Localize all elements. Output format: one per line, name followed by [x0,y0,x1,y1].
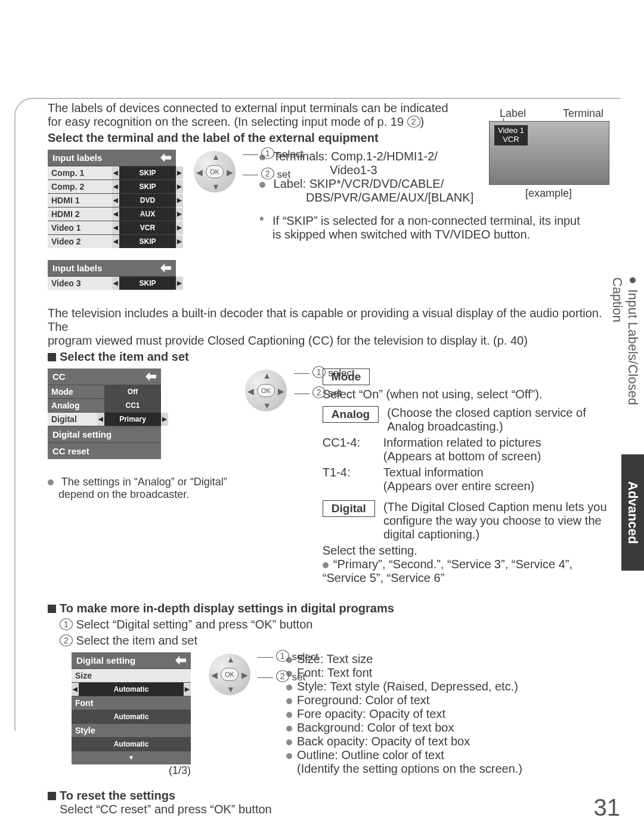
t14-desc2: (Appears over entire screen) [383,479,534,493]
heading-select-terminal: Select the terminal and the label of the… [48,131,608,145]
step-2-icon: 2 [60,634,73,646]
digital-box: Digital [323,500,375,517]
cc-note: The settings in “Analog” or “Digital” [48,476,227,488]
osd-input-title: Input labels [48,150,176,166]
back-icon[interactable] [160,153,171,162]
ok-button[interactable]: OK [206,165,224,178]
osd-input-title-2: Input labels [48,260,176,276]
dpad-set-label: set [292,671,305,683]
list-item: Foreground: Color of text [286,693,608,707]
arrow-down-icon[interactable]: ▼ [263,401,271,410]
list-item: Back opacity: Opacity of text box [286,735,608,748]
osd-row[interactable]: Video 2◀SKIP▶ [48,234,176,248]
step-1-icon: 1 [261,147,274,159]
osd-cc-title: CC [48,368,161,385]
step1: 1 Select “Digital setting” and press “OK… [60,618,608,631]
osd-digital-title: Digital setting [72,652,191,668]
list-item-tail: (Identify the setting options on the scr… [297,762,608,776]
cc-intro-line1: The television includes a built-in decod… [48,306,608,334]
services-list: “Primary”, “Second.”, “Service 3”, “Serv… [323,558,608,585]
list-item: Size: Text size [286,652,608,666]
skip-note: * If “SKIP” is selected for a non-connec… [259,214,608,241]
dpad-set-label: set [328,388,342,399]
osd-input-labels: Input labels Comp. 1◀SKIP▶ Comp. 2◀SKIP▶… [48,150,176,248]
ok-button[interactable]: OK [257,384,275,397]
dpad-set-label: set [277,169,290,180]
section-reset: To reset the settings Select “CC reset” … [48,789,608,816]
ok-button[interactable]: OK [221,668,239,681]
arrow-left-icon[interactable]: ◀ [247,386,254,396]
section-digital-settings: To make more in-depth display settings i… [48,602,608,777]
terminals-line2: Video1-3 [330,163,608,177]
heading-select-item: Select the item and set [48,350,608,364]
arrow-up-icon[interactable]: ▲ [227,655,235,664]
osd-row[interactable]: Video 1◀VCR▶ [48,221,176,234]
osd-row[interactable]: Video 3◀SKIP▶ [48,276,176,290]
osd-row[interactable]: Comp. 1◀SKIP▶ [48,166,176,179]
arrow-down-icon[interactable]: ▼ [212,182,220,191]
list-item: Fore opacity: Opacity of text [286,707,608,721]
step-1-icon: 1 [60,618,73,630]
arrow-right-icon[interactable]: ▶ [278,386,284,396]
list-item: Background: Color of text box [286,721,608,735]
osd-row[interactable]: Size [72,668,191,682]
step-2-icon: 2 [261,168,274,179]
analog-box: Analog [323,406,379,423]
osd-row[interactable]: Automatic [72,737,191,751]
back-icon[interactable] [160,264,171,272]
osd-row[interactable]: Style [72,723,191,737]
back-icon[interactable] [175,656,186,665]
osd-row[interactable]: Digital◀Primary▶ [48,412,161,426]
terminals-bullet: Terminals: Comp.1-2/HDMI1-2/ [259,150,608,163]
osd-action-cc-reset[interactable]: CC reset [48,442,161,459]
heading-digital-settings: To make more in-depth display settings i… [48,602,608,615]
arrow-right-icon[interactable]: ▶ [227,168,233,177]
osd-row[interactable]: HDMI 2◀AUX▶ [48,207,176,221]
arrow-left-icon[interactable]: ◀ [211,670,218,680]
osd-pager: (1/3) [72,764,191,777]
arrow-left-icon[interactable]: ◀ [196,168,203,177]
analog-desc: (Choose the closed caption service of An… [387,406,608,433]
osd-row[interactable]: Font [72,696,191,710]
label-bullet: Label: SKIP*/VCR/DVD/CABLE/ [259,177,608,191]
cc14-desc1: Information related to pictures [383,436,541,450]
cc14-desc2: (Appears at bottom of screen) [383,450,541,463]
osd-row[interactable]: AnalogCC1 [48,398,161,412]
section-closed-caption: The television includes a built-in decod… [48,306,608,585]
mode-text: Select “On” (when not using, select “Off… [323,388,608,401]
osd-input-labels-2: Input labels Video 3◀SKIP▶ [48,260,176,290]
intro-line1: The labels of devices connected to exter… [48,101,608,115]
back-icon[interactable] [145,372,156,381]
badge-2-icon: 2 [407,116,420,128]
digital-desc: (The Digital Closed Caption menu lets yo… [383,500,608,541]
osd-row[interactable]: ModeOff [48,385,161,398]
step-2-icon: 2 [312,386,326,398]
osd-scroll-down[interactable]: ▼ [72,751,191,764]
osd-row[interactable]: ◀Automatic▶ [72,682,191,696]
arrow-up-icon[interactable]: ▲ [263,371,271,380]
reset-text: Select “CC reset” and press “OK” button [60,803,608,816]
list-item: Style: Text style (Raised, Depressed, et… [286,680,608,693]
osd-action-digital-setting[interactable]: Digital setting [48,426,161,442]
osd-row[interactable]: HDMI 1◀DVD▶ [48,193,176,207]
dpad-select-label: select [277,148,303,160]
intro-line2: for easy recognition on the screen. (In … [48,115,608,129]
list-item: Font: Text font [286,666,608,680]
osd-row[interactable]: Comp. 2◀SKIP▶ [48,179,176,193]
cc14-label: CC1-4: [323,436,375,450]
dpad-control: OK ▲ ▼ ◀ ▶ 1 select 2 set [203,648,256,701]
arrow-up-icon[interactable]: ▲ [212,152,220,162]
osd-digital-setting: Digital setting Size ◀Automatic▶ Font Au… [72,652,191,764]
select-setting: Select the setting. [323,544,608,558]
dpad-control: OK ▲ ▼ ◀ ▶ 1 select 2 set [188,145,242,199]
step2: 2 Select the item and set [60,634,608,648]
t14-label: T1-4: [323,466,375,479]
cc-intro-line2: program viewed must provide Closed Capti… [48,334,608,348]
osd-row[interactable]: Automatic [72,710,191,723]
dpad-control: OK ▲ ▼ ◀ ▶ 1 select 2 set [239,364,293,417]
arrow-down-icon[interactable]: ▼ [227,685,235,694]
label-line2: DBS/PVR/GAME/AUX/[BLANK] [306,191,608,205]
section-input-labels: The labels of devices connected to exter… [48,101,608,290]
step-1-icon: 1 [276,650,289,662]
arrow-right-icon[interactable]: ▶ [242,670,248,680]
